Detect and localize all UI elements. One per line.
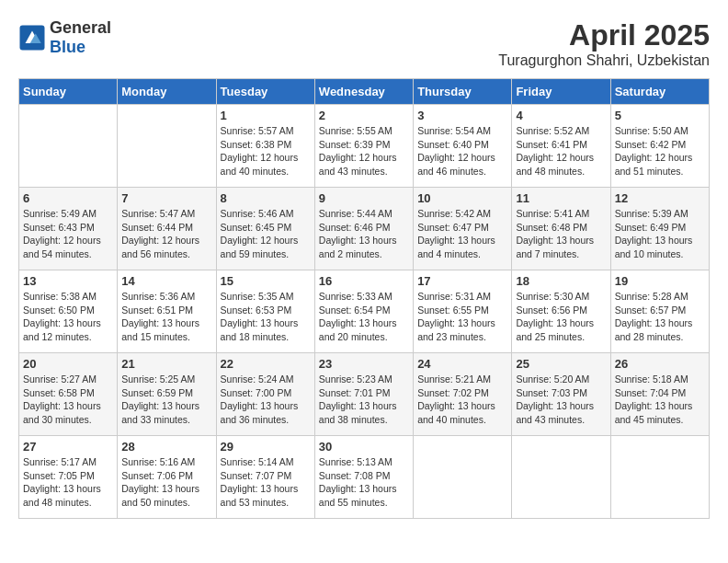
calendar-cell: 12Sunrise: 5:39 AM Sunset: 6:49 PM Dayli… [610, 188, 709, 270]
day-info: Sunrise: 5:14 AM Sunset: 7:07 PM Dayligh… [221, 455, 311, 510]
calendar-cell: 17Sunrise: 5:31 AM Sunset: 6:55 PM Dayli… [414, 270, 512, 353]
day-number: 24 [417, 357, 507, 371]
day-number: 13 [23, 274, 113, 288]
calendar-cell: 21Sunrise: 5:25 AM Sunset: 6:59 PM Dayli… [118, 353, 216, 436]
day-number: 27 [23, 440, 113, 454]
page-header: General Blue April 2025 Turagurghon Shah… [18, 18, 710, 69]
day-info: Sunrise: 5:39 AM Sunset: 6:49 PM Dayligh… [615, 207, 705, 261]
day-number: 10 [417, 191, 507, 205]
calendar-cell: 11Sunrise: 5:41 AM Sunset: 6:48 PM Dayli… [512, 188, 610, 270]
day-number: 4 [516, 109, 606, 122]
day-info: Sunrise: 5:18 AM Sunset: 7:04 PM Dayligh… [615, 373, 705, 427]
day-number: 15 [221, 274, 311, 288]
day-number: 7 [121, 191, 211, 205]
day-number: 2 [319, 109, 409, 122]
calendar-cell: 14Sunrise: 5:36 AM Sunset: 6:51 PM Dayli… [118, 270, 216, 353]
calendar-cell: 22Sunrise: 5:24 AM Sunset: 7:00 PM Dayli… [216, 353, 314, 436]
calendar-cell [19, 105, 118, 188]
title-section: April 2025 Turagurghon Shahri, Uzbekista… [498, 18, 710, 69]
calendar-header-saturday: Saturday [610, 79, 709, 105]
day-info: Sunrise: 5:57 AM Sunset: 6:38 PM Dayligh… [221, 124, 311, 178]
day-number: 3 [417, 109, 507, 122]
day-info: Sunrise: 5:55 AM Sunset: 6:39 PM Dayligh… [319, 124, 409, 178]
day-info: Sunrise: 5:13 AM Sunset: 7:08 PM Dayligh… [319, 455, 409, 510]
day-number: 14 [121, 274, 211, 288]
calendar-cell: 6Sunrise: 5:49 AM Sunset: 6:43 PM Daylig… [19, 188, 118, 270]
day-info: Sunrise: 5:27 AM Sunset: 6:58 PM Dayligh… [23, 373, 113, 427]
calendar-cell: 30Sunrise: 5:13 AM Sunset: 7:08 PM Dayli… [314, 436, 413, 519]
day-number: 28 [121, 440, 211, 454]
calendar-cell: 23Sunrise: 5:23 AM Sunset: 7:01 PM Dayli… [314, 353, 413, 436]
calendar-week-row: 13Sunrise: 5:38 AM Sunset: 6:50 PM Dayli… [19, 270, 710, 353]
day-info: Sunrise: 5:42 AM Sunset: 6:47 PM Dayligh… [417, 207, 507, 261]
calendar-header-monday: Monday [118, 79, 216, 105]
month-title: April 2025 [498, 18, 710, 52]
day-info: Sunrise: 5:49 AM Sunset: 6:43 PM Dayligh… [23, 207, 113, 261]
day-info: Sunrise: 5:38 AM Sunset: 6:50 PM Dayligh… [23, 290, 113, 344]
day-number: 21 [121, 357, 211, 371]
day-info: Sunrise: 5:23 AM Sunset: 7:01 PM Dayligh… [319, 373, 409, 427]
calendar-cell: 16Sunrise: 5:33 AM Sunset: 6:54 PM Dayli… [314, 270, 413, 353]
day-info: Sunrise: 5:52 AM Sunset: 6:41 PM Dayligh… [516, 124, 606, 178]
calendar-cell: 4Sunrise: 5:52 AM Sunset: 6:41 PM Daylig… [512, 105, 610, 188]
day-number: 25 [516, 357, 606, 371]
day-info: Sunrise: 5:20 AM Sunset: 7:03 PM Dayligh… [516, 373, 606, 427]
day-number: 17 [417, 274, 507, 288]
calendar-cell: 3Sunrise: 5:54 AM Sunset: 6:40 PM Daylig… [414, 105, 512, 188]
day-info: Sunrise: 5:46 AM Sunset: 6:45 PM Dayligh… [221, 207, 311, 261]
calendar-cell: 20Sunrise: 5:27 AM Sunset: 6:58 PM Dayli… [19, 353, 118, 436]
day-info: Sunrise: 5:25 AM Sunset: 6:59 PM Dayligh… [121, 373, 211, 427]
calendar-header-wednesday: Wednesday [314, 79, 413, 105]
calendar-cell: 9Sunrise: 5:44 AM Sunset: 6:46 PM Daylig… [314, 188, 413, 270]
day-info: Sunrise: 5:36 AM Sunset: 6:51 PM Dayligh… [121, 290, 211, 344]
calendar-cell [414, 436, 512, 519]
calendar-cell: 15Sunrise: 5:35 AM Sunset: 6:53 PM Dayli… [216, 270, 314, 353]
calendar-cell: 25Sunrise: 5:20 AM Sunset: 7:03 PM Dayli… [512, 353, 610, 436]
logo-icon [18, 24, 46, 52]
calendar-cell: 10Sunrise: 5:42 AM Sunset: 6:47 PM Dayli… [414, 188, 512, 270]
calendar-week-row: 20Sunrise: 5:27 AM Sunset: 6:58 PM Dayli… [19, 353, 710, 436]
day-info: Sunrise: 5:41 AM Sunset: 6:48 PM Dayligh… [516, 207, 606, 261]
day-number: 16 [319, 274, 409, 288]
day-number: 5 [615, 109, 705, 122]
logo-blue-text: Blue [50, 38, 85, 56]
calendar-cell: 5Sunrise: 5:50 AM Sunset: 6:42 PM Daylig… [610, 105, 709, 188]
day-info: Sunrise: 5:33 AM Sunset: 6:54 PM Dayligh… [319, 290, 409, 344]
calendar-week-row: 1Sunrise: 5:57 AM Sunset: 6:38 PM Daylig… [19, 105, 710, 188]
day-number: 12 [615, 191, 705, 205]
calendar-cell: 8Sunrise: 5:46 AM Sunset: 6:45 PM Daylig… [216, 188, 314, 270]
logo: General Blue [18, 18, 111, 57]
day-number: 29 [221, 440, 311, 454]
calendar-header-tuesday: Tuesday [216, 79, 314, 105]
calendar-header-thursday: Thursday [414, 79, 512, 105]
day-number: 23 [319, 357, 409, 371]
day-info: Sunrise: 5:47 AM Sunset: 6:44 PM Dayligh… [121, 207, 211, 261]
logo-general-text: General [50, 18, 111, 37]
calendar-header-friday: Friday [512, 79, 610, 105]
calendar-cell [610, 436, 709, 519]
day-number: 6 [23, 191, 113, 205]
day-number: 26 [615, 357, 705, 371]
calendar-week-row: 27Sunrise: 5:17 AM Sunset: 7:05 PM Dayli… [19, 436, 710, 519]
day-number: 11 [516, 191, 606, 205]
calendar-cell: 27Sunrise: 5:17 AM Sunset: 7:05 PM Dayli… [19, 436, 118, 519]
day-number: 30 [319, 440, 409, 454]
day-info: Sunrise: 5:30 AM Sunset: 6:56 PM Dayligh… [516, 290, 606, 344]
day-info: Sunrise: 5:16 AM Sunset: 7:06 PM Dayligh… [121, 455, 211, 510]
calendar-header-sunday: Sunday [19, 79, 118, 105]
day-number: 22 [221, 357, 311, 371]
day-info: Sunrise: 5:21 AM Sunset: 7:02 PM Dayligh… [417, 373, 507, 427]
day-number: 18 [516, 274, 606, 288]
calendar-cell [118, 105, 216, 188]
calendar-cell: 1Sunrise: 5:57 AM Sunset: 6:38 PM Daylig… [216, 105, 314, 188]
day-number: 1 [221, 109, 311, 122]
calendar-cell: 13Sunrise: 5:38 AM Sunset: 6:50 PM Dayli… [19, 270, 118, 353]
day-info: Sunrise: 5:44 AM Sunset: 6:46 PM Dayligh… [319, 207, 409, 261]
calendar-header-row: SundayMondayTuesdayWednesdayThursdayFrid… [19, 79, 710, 105]
calendar-cell: 19Sunrise: 5:28 AM Sunset: 6:57 PM Dayli… [610, 270, 709, 353]
calendar-cell [512, 436, 610, 519]
day-info: Sunrise: 5:17 AM Sunset: 7:05 PM Dayligh… [23, 455, 113, 510]
calendar-cell: 29Sunrise: 5:14 AM Sunset: 7:07 PM Dayli… [216, 436, 314, 519]
day-number: 9 [319, 191, 409, 205]
calendar-cell: 2Sunrise: 5:55 AM Sunset: 6:39 PM Daylig… [314, 105, 413, 188]
